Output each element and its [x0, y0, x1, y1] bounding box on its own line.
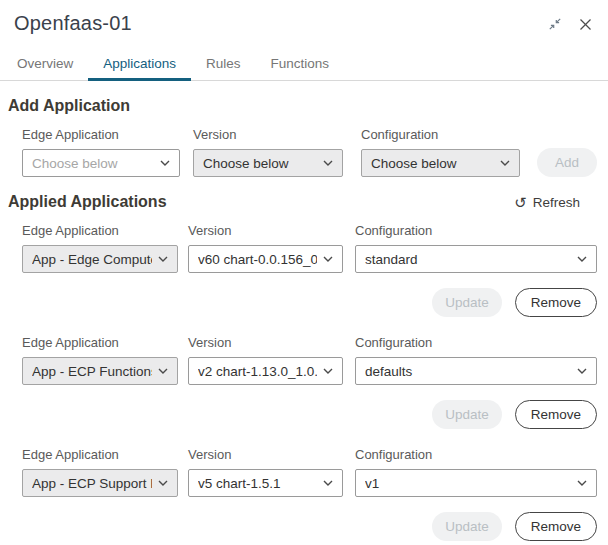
tab-overview[interactable]: Overview: [2, 48, 88, 80]
window-controls: [547, 16, 592, 32]
add-button[interactable]: Add: [537, 148, 597, 177]
configuration-label: Configuration: [355, 335, 597, 350]
applied-edge-application-select-3[interactable]: App - ECP Support Functio: [22, 469, 178, 497]
version-label: Version: [193, 127, 343, 142]
update-button-2[interactable]: Update: [432, 400, 502, 429]
applied-configuration-select-1[interactable]: standard: [355, 245, 597, 273]
version-label: Version: [188, 335, 343, 350]
application-panel: Openfaas-01 Overview Applications Rules …: [0, 0, 608, 545]
add-application-form: Edge Application Choose below Version Ch…: [22, 127, 597, 177]
tab-applications[interactable]: Applications: [88, 48, 191, 81]
edge-application-label: Edge Application: [22, 447, 178, 462]
remove-button-2[interactable]: Remove: [515, 400, 597, 429]
edge-application-label: Edge Application: [22, 127, 180, 142]
applied-configuration-select-3[interactable]: v1: [355, 469, 597, 497]
chevron-down-icon: [158, 480, 168, 486]
page-title: Openfaas-01: [14, 12, 547, 35]
add-version-field: Version Choose below: [193, 127, 343, 177]
refresh-label: Refresh: [533, 195, 580, 210]
add-configuration-select[interactable]: Choose below: [361, 149, 520, 177]
close-icon[interactable]: [579, 18, 592, 31]
collapse-diagonal-icon[interactable]: [547, 16, 563, 32]
add-configuration-field: Configuration Choose below: [361, 127, 520, 177]
applied-version-select-1[interactable]: v60 chart-0.0.156_0.0.91: [188, 245, 343, 273]
remove-button-3[interactable]: Remove: [515, 512, 597, 541]
add-edge-application-select[interactable]: Choose below: [22, 149, 180, 177]
applications-tab-content: Add Application Edge Application Choose …: [0, 97, 608, 541]
panel-header: Openfaas-01: [0, 0, 608, 35]
remove-button-1[interactable]: Remove: [515, 288, 597, 317]
refresh-icon: ↺: [514, 195, 527, 210]
applied-applications-heading: Applied Applications: [8, 193, 514, 211]
add-edge-application-field: Edge Application Choose below: [22, 127, 180, 177]
chevron-down-icon: [158, 256, 168, 262]
configuration-label: Configuration: [355, 447, 597, 462]
applied-version-select-3[interactable]: v5 chart-1.5.1: [188, 469, 343, 497]
applied-version-select-2[interactable]: v2 chart-1.13.0_1.0.2: [188, 357, 343, 385]
chevron-down-icon: [500, 160, 510, 166]
configuration-label: Configuration: [355, 223, 597, 238]
chevron-down-icon: [577, 368, 587, 374]
applied-application-row: Edge Application App - Edge Compute Plat…: [8, 223, 597, 317]
edge-application-label: Edge Application: [22, 223, 178, 238]
chevron-down-icon: [577, 480, 587, 486]
applied-edge-application-select-2[interactable]: App - ECP Functions Stack: [22, 357, 178, 385]
refresh-button[interactable]: ↺ Refresh: [514, 195, 580, 210]
chevron-down-icon: [323, 256, 333, 262]
chevron-down-icon: [158, 368, 168, 374]
applied-configuration-select-2[interactable]: defaults: [355, 357, 597, 385]
tab-functions[interactable]: Functions: [256, 48, 345, 80]
add-version-select[interactable]: Choose below: [193, 149, 343, 177]
applied-edge-application-select-1[interactable]: App - Edge Compute Platfo: [22, 245, 178, 273]
tab-rules[interactable]: Rules: [191, 48, 256, 80]
applied-application-row: Edge Application App - ECP Support Funct…: [8, 447, 597, 541]
edge-application-label: Edge Application: [22, 335, 178, 350]
chevron-down-icon: [323, 160, 333, 166]
tab-bar: Overview Applications Rules Functions: [0, 48, 608, 81]
configuration-label: Configuration: [361, 127, 520, 142]
chevron-down-icon: [323, 368, 333, 374]
update-button-3[interactable]: Update: [432, 512, 502, 541]
version-label: Version: [188, 223, 343, 238]
applied-application-row: Edge Application App - ECP Functions Sta…: [8, 335, 597, 429]
applied-applications-header: Applied Applications ↺ Refresh: [8, 177, 597, 211]
add-application-heading: Add Application: [8, 97, 597, 115]
version-label: Version: [188, 447, 343, 462]
chevron-down-icon: [323, 480, 333, 486]
chevron-down-icon: [160, 160, 170, 166]
chevron-down-icon: [577, 256, 587, 262]
update-button-1[interactable]: Update: [432, 288, 502, 317]
